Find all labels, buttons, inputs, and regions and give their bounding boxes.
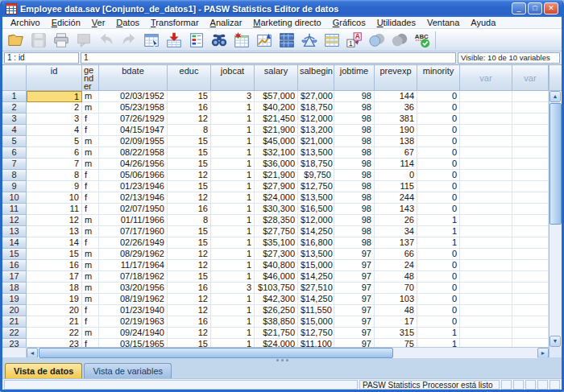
data-cell[interactable]: 97 bbox=[334, 339, 375, 347]
data-cell[interactable]: 0 bbox=[417, 136, 460, 147]
insert-cases-button[interactable] bbox=[230, 30, 253, 51]
find-button[interactable] bbox=[208, 30, 230, 51]
spell-check-button[interactable]: ABC bbox=[411, 30, 433, 51]
data-cell[interactable]: $21,900 bbox=[255, 170, 298, 181]
data-cell[interactable]: 08/22/1958 bbox=[99, 147, 168, 159]
grid-corner-cell[interactable] bbox=[2, 65, 27, 91]
empty-var-cell[interactable] bbox=[460, 147, 512, 159]
row-number[interactable]: 10 bbox=[2, 192, 27, 204]
data-cell[interactable]: 01/23/1940 bbox=[99, 305, 168, 316]
empty-var-cell[interactable] bbox=[460, 237, 512, 249]
data-cell[interactable]: m bbox=[82, 159, 99, 170]
data-cell[interactable]: $27,000 bbox=[298, 91, 334, 102]
data-cell[interactable]: 12 bbox=[168, 192, 211, 204]
data-cell[interactable]: 1 bbox=[417, 226, 460, 237]
data-cell[interactable]: m bbox=[82, 136, 99, 147]
data-cell[interactable]: $27,300 bbox=[255, 249, 298, 260]
data-cell[interactable]: 02/07/1950 bbox=[99, 204, 168, 215]
data-cell[interactable]: 1 bbox=[211, 249, 255, 260]
data-cell[interactable]: 0 bbox=[417, 181, 460, 192]
select-cases-button[interactable] bbox=[321, 30, 343, 51]
empty-var-cell[interactable] bbox=[512, 305, 549, 316]
data-cell[interactable]: 34 bbox=[375, 226, 417, 237]
data-cell[interactable]: 98 bbox=[334, 204, 375, 215]
data-cell[interactable]: $15,000 bbox=[298, 316, 334, 328]
data-cell[interactable]: 15 bbox=[168, 271, 211, 283]
data-cell[interactable]: 97 bbox=[334, 283, 375, 294]
data-cell[interactable]: 98 bbox=[334, 136, 375, 147]
data-cell[interactable]: 1 bbox=[211, 215, 255, 226]
data-cell[interactable]: m bbox=[82, 294, 99, 305]
empty-var-cell[interactable] bbox=[460, 305, 512, 316]
data-cell[interactable]: 1 bbox=[211, 147, 255, 159]
data-cell[interactable]: 15 bbox=[168, 91, 211, 102]
row-number[interactable]: 7 bbox=[2, 159, 27, 170]
data-cell[interactable]: 98 bbox=[334, 113, 375, 125]
data-cell[interactable]: f bbox=[82, 237, 99, 249]
data-cell[interactable]: f bbox=[82, 305, 99, 316]
data-cell[interactable]: 16 bbox=[168, 316, 211, 328]
variables-button[interactable] bbox=[185, 30, 208, 51]
data-cell[interactable]: 7 bbox=[27, 159, 82, 170]
cell-editor-field[interactable]: 1 bbox=[81, 52, 456, 64]
empty-var-cell[interactable] bbox=[512, 226, 549, 237]
data-cell[interactable]: 02/26/1949 bbox=[99, 237, 168, 249]
data-cell[interactable]: $46,000 bbox=[255, 271, 298, 283]
data-cell[interactable]: 15 bbox=[27, 249, 82, 260]
data-cell[interactable]: 1 bbox=[211, 271, 255, 283]
data-cell[interactable]: $14,250 bbox=[298, 294, 334, 305]
data-cell[interactable]: 15 bbox=[168, 159, 211, 170]
data-cell[interactable]: 97 bbox=[334, 271, 375, 283]
empty-var-cell[interactable] bbox=[512, 260, 549, 271]
data-cell[interactable]: 12 bbox=[168, 260, 211, 271]
data-cell[interactable]: 103 bbox=[375, 294, 417, 305]
column-header-educ[interactable]: educ bbox=[168, 65, 211, 91]
column-header-id[interactable]: id bbox=[27, 65, 82, 91]
empty-var-cell[interactable] bbox=[512, 215, 549, 226]
row-number[interactable]: 18 bbox=[2, 283, 27, 294]
data-cell[interactable]: 3 bbox=[211, 91, 255, 102]
data-cell[interactable]: 12 bbox=[168, 328, 211, 339]
data-cell[interactable]: 138 bbox=[375, 136, 417, 147]
data-cell[interactable]: 0 bbox=[417, 249, 460, 260]
data-cell[interactable]: 97 bbox=[334, 305, 375, 316]
menu-marketing-directo[interactable]: Marketing directo bbox=[247, 17, 326, 28]
data-cell[interactable]: 02/09/1955 bbox=[99, 136, 168, 147]
data-cell[interactable]: 15 bbox=[168, 339, 211, 347]
data-cell[interactable]: 115 bbox=[375, 181, 417, 192]
row-number[interactable]: 22 bbox=[2, 328, 27, 339]
data-cell[interactable]: $28,350 bbox=[255, 215, 298, 226]
data-cell[interactable]: $16,500 bbox=[298, 204, 334, 215]
data-cell[interactable]: 1 bbox=[211, 170, 255, 181]
data-cell[interactable]: 1 bbox=[211, 237, 255, 249]
data-cell[interactable]: 15 bbox=[168, 136, 211, 147]
data-cell[interactable]: $18,750 bbox=[298, 102, 334, 113]
print-button[interactable] bbox=[50, 30, 73, 51]
empty-var-cell[interactable] bbox=[460, 260, 512, 271]
data-cell[interactable]: 0 bbox=[417, 305, 460, 316]
data-cell[interactable]: 1 bbox=[211, 204, 255, 215]
data-cell[interactable]: $24,000 bbox=[255, 192, 298, 204]
empty-var-cell[interactable] bbox=[512, 125, 549, 136]
data-cell[interactable]: $40,800 bbox=[255, 260, 298, 271]
data-cell[interactable]: 66 bbox=[375, 249, 417, 260]
empty-var-cell[interactable] bbox=[512, 136, 549, 147]
empty-var-cell[interactable] bbox=[512, 204, 549, 215]
data-cell[interactable]: $12,000 bbox=[298, 113, 334, 125]
data-cell[interactable]: 0 bbox=[417, 283, 460, 294]
data-cell[interactable]: 97 bbox=[334, 316, 375, 328]
row-number[interactable]: 5 bbox=[2, 136, 27, 147]
data-cell[interactable]: 19 bbox=[27, 294, 82, 305]
data-cell[interactable]: m bbox=[82, 102, 99, 113]
empty-var-cell[interactable] bbox=[460, 102, 512, 113]
column-header-salary[interactable]: salary bbox=[255, 65, 298, 91]
data-cell[interactable]: 1 bbox=[417, 328, 460, 339]
column-header-jobcat[interactable]: jobcat bbox=[211, 65, 255, 91]
data-cell[interactable]: 23 bbox=[27, 339, 82, 347]
data-cell[interactable]: f bbox=[82, 316, 99, 328]
data-cell[interactable]: 48 bbox=[375, 271, 417, 283]
data-cell[interactable]: $21,750 bbox=[255, 328, 298, 339]
empty-var-cell[interactable] bbox=[512, 316, 549, 328]
data-cell[interactable]: 17 bbox=[27, 271, 82, 283]
data-cell[interactable]: 1 bbox=[211, 260, 255, 271]
